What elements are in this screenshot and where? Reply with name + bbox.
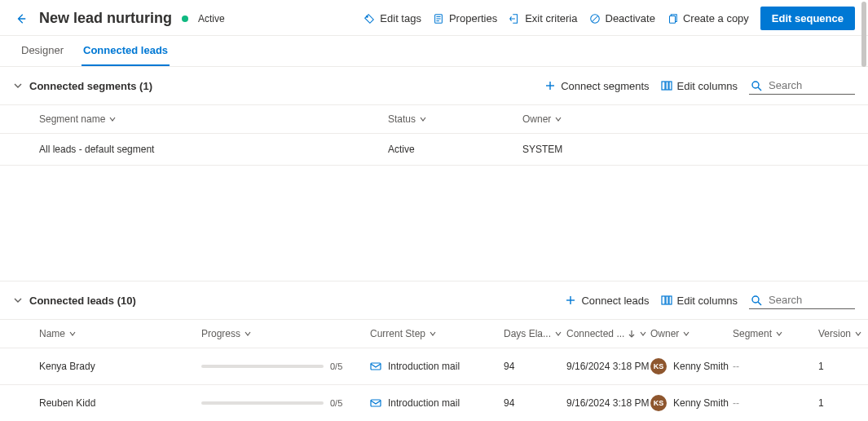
svg-point-13 [752,82,759,88]
progress-text: 0/5 [330,361,342,371]
svg-rect-23 [371,363,381,370]
search-icon [751,295,762,306]
connect-leads-label: Connect leads [581,295,649,307]
page-title: New lead nurturing [39,10,172,27]
connected-segments-header: Connected segments (1) Connect segments … [0,67,868,105]
segment-status-cell: Active [388,144,522,155]
search-icon [751,80,762,91]
col-days-elapsed[interactable]: Days Ela... [504,328,566,339]
create-copy-button[interactable]: Create a copy [667,12,749,24]
sort-desc-icon [628,330,636,338]
exit-icon [509,13,520,24]
tab-connected-leads[interactable]: Connected leads [82,36,170,66]
edit-columns-leads-button[interactable]: Edit columns [661,295,738,307]
chevron-down-icon [244,330,252,338]
chevron-down-icon [682,330,690,338]
svg-rect-10 [662,82,665,90]
edit-columns-segments-button[interactable]: Edit columns [661,80,738,92]
lead-segment-cell: -- [733,397,818,409]
columns-icon [661,295,672,306]
connect-leads-button[interactable]: Connect leads [565,295,649,307]
exit-criteria-button[interactable]: Exit criteria [509,12,577,24]
chevron-down-icon [108,115,117,123]
avatar: KS [650,358,667,374]
lead-progress-cell: 0/5 [201,398,370,408]
segment-owner-cell: SYSTEM [522,144,685,155]
columns-icon [661,80,672,91]
svg-point-0 [367,16,368,17]
chevron-down-icon[interactable] [13,295,23,305]
status-badge: Active [198,13,225,24]
lead-segment-cell: -- [733,361,818,372]
copy-icon [667,13,678,24]
svg-line-6 [592,16,597,21]
mail-icon [370,361,381,372]
command-bar: Edit tags Properties Exit criteria Deact… [364,7,855,30]
svg-line-21 [758,302,761,305]
lead-owner-cell: KS Kenny Smith [650,358,733,374]
lead-version-cell: 1 [818,397,859,409]
chevron-down-icon [429,330,437,338]
col-progress[interactable]: Progress [201,328,370,339]
deactivate-button[interactable]: Deactivate [589,12,655,24]
col-name[interactable]: Name [39,328,201,339]
edit-tags-button[interactable]: Edit tags [364,12,421,24]
connect-segments-label: Connect segments [561,80,649,92]
lead-name-cell: Reuben Kidd [39,397,201,409]
leads-search-input[interactable] [767,293,853,307]
lead-connected-cell: 9/16/2024 3:18 PM [566,397,650,409]
lead-version-cell: 1 [818,361,859,372]
chevron-down-icon [854,330,862,338]
chevron-down-icon [554,115,562,123]
svg-rect-17 [662,296,665,304]
svg-point-20 [752,296,759,303]
create-copy-label: Create a copy [683,12,749,24]
connected-leads-header: Connected leads (10) Connect leads Edit … [0,281,868,320]
segments-search[interactable] [749,77,855,95]
segments-search-input[interactable] [767,78,853,92]
page-header: New lead nurturing Active Edit tags Prop… [0,0,868,35]
vertical-scrollbar[interactable] [861,2,866,67]
progress-bar [201,401,324,405]
col-segment[interactable]: Segment [733,328,818,339]
leads-section-title: Connected leads (10) [29,295,136,307]
connect-segments-button[interactable]: Connect segments [544,80,649,92]
lead-connected-cell: 9/16/2024 3:18 PM [566,361,650,372]
table-row[interactable]: All leads - default segment Active SYSTE… [0,134,868,166]
col-segment-name[interactable]: Segment name [39,113,388,125]
lead-owner-cell: KS Kenny Smith [650,395,733,411]
col-status[interactable]: Status [388,113,522,125]
progress-bar [201,365,324,368]
tab-bar: Designer Connected leads [0,35,868,67]
back-arrow-icon[interactable] [13,13,29,24]
tab-designer[interactable]: Designer [20,36,65,66]
edit-columns-segments-label: Edit columns [677,80,738,92]
properties-button[interactable]: Properties [433,12,497,24]
edit-tags-label: Edit tags [380,12,421,24]
col-version[interactable]: Version [818,328,859,339]
lead-step-cell: Introduction mail [370,361,504,372]
avatar: KS [650,395,667,411]
col-current-step[interactable]: Current Step [370,328,504,339]
col-owner[interactable]: Owner [522,113,685,125]
lead-days-cell: 94 [504,397,566,409]
lead-name-cell: Kenya Brady [39,361,201,372]
progress-text: 0/5 [330,398,342,408]
col-connected[interactable]: Connected ... [566,328,650,339]
document-icon [433,13,444,24]
exit-criteria-label: Exit criteria [525,12,577,24]
tag-icon [364,13,375,24]
table-row[interactable]: Reuben Kidd 0/5 Introduction mail 94 9/1… [0,385,868,421]
chevron-down-icon[interactable] [13,81,23,91]
chevron-down-icon [775,330,783,338]
svg-line-14 [758,87,761,91]
table-row[interactable]: Kenya Brady 0/5 Introduction mail 94 9/1… [0,348,868,385]
leads-search[interactable] [749,291,855,309]
edit-sequence-button[interactable]: Edit sequence [760,7,855,30]
col-owner[interactable]: Owner [650,328,733,339]
plus-icon [544,80,556,91]
leads-table-header: Name Progress Current Step Days Ela... C… [0,320,868,348]
status-dot-icon [182,16,188,22]
svg-rect-7 [669,16,675,23]
segment-name-cell: All leads - default segment [39,144,388,155]
